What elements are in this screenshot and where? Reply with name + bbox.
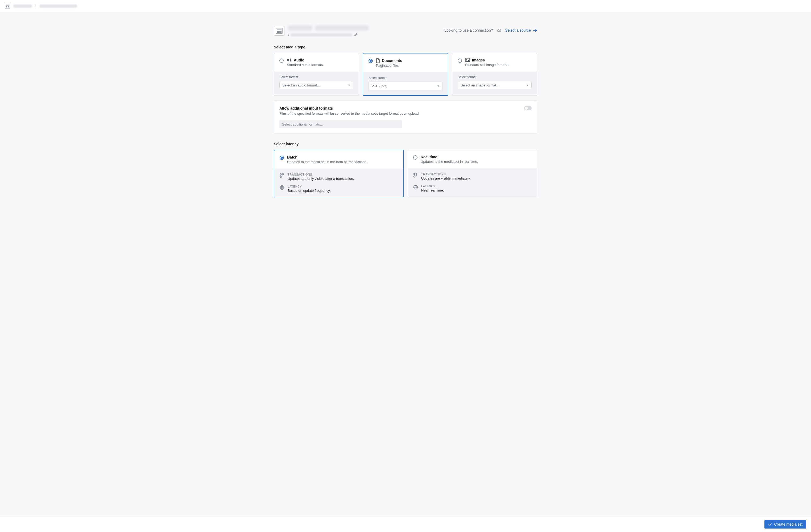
radio-images[interactable]	[458, 59, 462, 63]
edit-path-icon[interactable]	[354, 33, 357, 37]
meta-label: TRANSACTIONS	[288, 173, 354, 176]
dataset-icon	[5, 3, 10, 9]
main-content: / Looking to use a connection? Select a …	[0, 12, 811, 516]
svg-rect-5	[277, 31, 279, 33]
select-source-label: Select a source	[505, 28, 531, 32]
additional-formats-title: Allow additional input formats	[279, 106, 419, 110]
radio-documents[interactable]	[368, 59, 373, 63]
media-card-documents[interactable]: Documents Paginated files. Select format…	[363, 53, 448, 96]
latency-title: Batch	[287, 155, 367, 159]
svg-rect-6	[279, 31, 281, 33]
additional-formats-toggle[interactable]	[524, 106, 532, 110]
cloud-download-icon	[497, 28, 502, 32]
breadcrumb-item	[13, 4, 32, 8]
svg-rect-1	[5, 6, 7, 7]
media-desc: Standard still-image formats.	[465, 63, 509, 67]
svg-rect-2	[8, 6, 9, 7]
chevron-down-icon: ▼	[437, 84, 440, 88]
page-path: /	[288, 33, 368, 37]
media-desc: Standard audio formats.	[287, 63, 324, 67]
latency-desc: Updates to the media set in the form of …	[287, 160, 367, 164]
audio-format-select[interactable]: Select an audio format… ▼	[279, 81, 353, 89]
volume-icon	[287, 58, 292, 62]
section-label-media-type: Select media type	[274, 45, 537, 49]
select-value: PDF (.pdf)	[371, 84, 387, 88]
page-title	[288, 26, 368, 31]
globe-icon	[413, 185, 418, 190]
meta-label: TRANSACTIONS	[421, 173, 471, 176]
branch-icon	[413, 173, 418, 178]
format-label: Select format	[458, 75, 532, 79]
connection-prompt: Looking to use a connection?	[444, 28, 493, 32]
meta-label: LATENCY	[288, 185, 331, 188]
svg-rect-3	[5, 4, 9, 5]
meta-text: Near real time.	[421, 188, 444, 192]
svg-point-12	[280, 176, 281, 178]
topbar: ›	[0, 0, 811, 12]
media-card-images[interactable]: Images Standard still-image formats. Sel…	[452, 53, 537, 96]
svg-rect-7	[277, 29, 281, 30]
svg-point-10	[280, 174, 281, 175]
format-label: Select format	[368, 76, 443, 80]
media-title: Documents	[382, 59, 402, 63]
meta-text: Updates are only visible after a transac…	[288, 177, 354, 181]
meta-text: Updates are visible immediately.	[421, 176, 471, 181]
latency-desc: Updates to the media set in real time.	[421, 160, 478, 163]
branch-icon	[280, 173, 285, 178]
arrow-right-icon	[533, 29, 537, 32]
globe-icon	[280, 185, 285, 190]
meta-label: LATENCY	[421, 185, 444, 188]
select-placeholder: Select an audio format…	[282, 83, 320, 87]
latency-card-batch[interactable]: Batch Updates to the media set in the fo…	[274, 150, 404, 198]
select-placeholder: Select additional formats…	[282, 122, 323, 126]
latency-card-realtime[interactable]: Real time Updates to the media set in re…	[408, 150, 537, 198]
media-title: Audio	[294, 58, 304, 62]
page-header: / Looking to use a connection? Select a …	[274, 26, 537, 37]
breadcrumb-item	[40, 4, 77, 8]
latency-title: Real time	[421, 155, 478, 159]
additional-formats-desc: Files of the specified formats will be c…	[279, 111, 419, 115]
image-icon	[465, 58, 470, 62]
chevron-down-icon: ▼	[348, 84, 350, 87]
format-label: Select format	[279, 75, 353, 79]
radio-batch[interactable]	[280, 156, 284, 160]
document-icon	[376, 58, 380, 63]
meta-text: Based on update frequency.	[288, 189, 331, 192]
select-placeholder: Select an image format…	[461, 83, 500, 87]
svg-point-15	[416, 173, 417, 175]
media-desc: Paginated files.	[376, 64, 402, 67]
media-title: Images	[472, 58, 485, 62]
section-label-latency: Select latency	[274, 142, 537, 146]
svg-point-9	[466, 59, 467, 60]
additional-formats-card: Allow additional input formats Files of …	[274, 100, 537, 134]
select-source-link[interactable]: Select a source	[505, 28, 537, 32]
chevron-down-icon: ▼	[526, 84, 529, 87]
documents-format-select[interactable]: PDF (.pdf) ▼	[368, 82, 443, 90]
radio-audio[interactable]	[279, 59, 284, 63]
svg-point-16	[414, 176, 415, 177]
mediaset-icon	[274, 26, 285, 36]
radio-realtime[interactable]	[413, 155, 417, 160]
media-card-audio[interactable]: Audio Standard audio formats. Select for…	[274, 53, 359, 96]
svg-point-14	[414, 173, 415, 175]
additional-formats-select: Select additional formats…	[279, 120, 402, 128]
images-format-select[interactable]: Select an image format… ▼	[458, 81, 532, 89]
svg-point-11	[282, 174, 284, 175]
